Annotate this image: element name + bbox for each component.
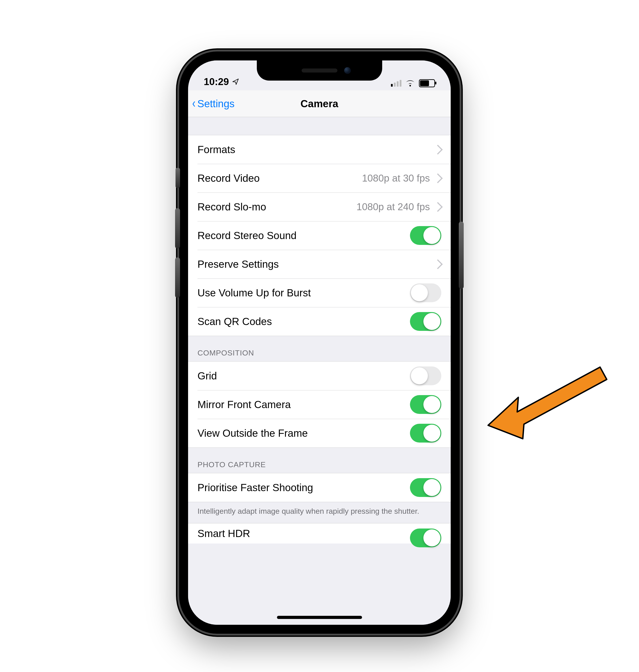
row-view-outside-frame: View Outside the Frame [188, 419, 451, 448]
location-arrow-icon [232, 78, 239, 85]
row-label: Formats [198, 143, 434, 156]
row-grid: Grid [188, 361, 451, 390]
section-header-composition: COMPOSITION [188, 336, 451, 361]
wifi-icon [405, 80, 415, 87]
group-general: Formats Record Video 1080p at 30 fps Rec… [188, 135, 451, 336]
toggle-view-outside-frame[interactable] [410, 424, 441, 442]
row-volume-up-burst: Use Volume Up for Burst [188, 279, 451, 307]
section-footer-photo-capture: Intelligently adapt image quality when r… [188, 502, 451, 523]
toggle-volume-up-burst[interactable] [410, 283, 441, 302]
group-composition: Grid Mirror Front Camera View Outside th… [188, 361, 451, 448]
section-header-photo-capture: PHOTO CAPTURE [188, 448, 451, 473]
row-record-slomo[interactable]: Record Slo-mo 1080p at 240 fps [188, 192, 451, 221]
status-time: 10:29 [204, 76, 229, 87]
row-formats[interactable]: Formats [188, 135, 451, 164]
row-label: Use Volume Up for Burst [198, 287, 410, 299]
device-frame: 10:29 ‹ Settings [179, 51, 459, 634]
row-label: Record Slo-mo [198, 201, 356, 213]
earpiece-speaker [301, 68, 338, 73]
row-record-video[interactable]: Record Video 1080p at 30 fps [188, 164, 451, 192]
nav-bar: ‹ Settings Camera [188, 91, 451, 117]
chevron-right-icon [433, 145, 443, 154]
volume-up-button[interactable] [175, 208, 180, 249]
row-label: Mirror Front Camera [198, 398, 410, 410]
row-stereo-sound: Record Stereo Sound [188, 221, 451, 250]
row-prioritise-faster-shooting: Prioritise Faster Shooting [188, 473, 451, 502]
settings-scroll[interactable]: Formats Record Video 1080p at 30 fps Rec… [188, 114, 451, 625]
back-button[interactable]: ‹ Settings [192, 91, 235, 117]
chevron-right-icon [433, 259, 443, 269]
group-photo-capture: Prioritise Faster Shooting [188, 473, 451, 502]
row-label: Record Video [198, 172, 362, 184]
cellular-signal-icon [391, 80, 402, 87]
row-preserve-settings[interactable]: Preserve Settings [188, 250, 451, 279]
row-label: Prioritise Faster Shooting [198, 482, 410, 494]
mute-switch[interactable] [175, 168, 180, 188]
notch [257, 60, 382, 81]
home-indicator[interactable] [277, 616, 362, 619]
row-mirror-front-camera: Mirror Front Camera [188, 390, 451, 419]
side-button[interactable] [459, 222, 464, 289]
toggle-grid[interactable] [410, 366, 441, 385]
volume-down-button[interactable] [175, 257, 180, 298]
row-label: Preserve Settings [198, 258, 434, 270]
chevron-right-icon [433, 202, 443, 212]
row-label: Smart HDR [198, 527, 410, 540]
toggle-stereo-sound[interactable] [410, 226, 441, 245]
svg-marker-0 [488, 367, 607, 439]
chevron-right-icon [433, 173, 443, 183]
row-label: Scan QR Codes [198, 315, 410, 328]
toggle-smart-hdr[interactable] [410, 529, 441, 547]
row-scan-qr: Scan QR Codes [188, 307, 451, 336]
battery-icon [419, 79, 435, 87]
toggle-prioritise-faster-shooting[interactable] [410, 478, 441, 497]
screen: 10:29 ‹ Settings [188, 60, 451, 625]
row-label: Grid [198, 370, 410, 382]
row-detail: 1080p at 30 fps [362, 173, 430, 184]
row-smart-hdr: Smart HDR [188, 523, 451, 544]
toggle-mirror-front-camera[interactable] [410, 395, 441, 414]
row-label: Record Stereo Sound [198, 230, 410, 241]
row-label: View Outside the Frame [198, 427, 410, 439]
annotation-arrow-icon [475, 358, 613, 463]
front-camera-icon [344, 67, 351, 74]
chevron-left-icon: ‹ [192, 96, 195, 109]
row-detail: 1080p at 240 fps [356, 201, 430, 213]
back-button-label: Settings [197, 98, 234, 110]
toggle-scan-qr[interactable] [410, 312, 441, 331]
